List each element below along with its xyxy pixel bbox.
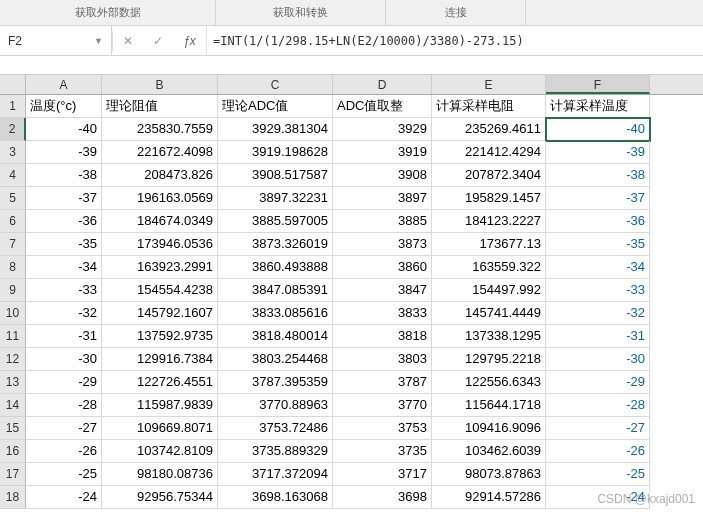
row-header[interactable]: 17 [0, 463, 26, 486]
row-header[interactable]: 18 [0, 486, 26, 509]
cell[interactable]: 98180.08736 [102, 463, 218, 486]
cell[interactable]: 3787 [333, 371, 432, 394]
cell[interactable]: -26 [546, 440, 650, 463]
row-header[interactable]: 13 [0, 371, 26, 394]
cell[interactable]: -30 [546, 348, 650, 371]
cell[interactable]: -24 [26, 486, 102, 509]
cell[interactable]: 3770.88963 [218, 394, 333, 417]
cell[interactable]: 3833 [333, 302, 432, 325]
cell[interactable]: 235269.4611 [432, 118, 546, 141]
cell-header[interactable]: ADC值取整 [333, 95, 432, 118]
row-header[interactable]: 10 [0, 302, 26, 325]
row-header[interactable]: 3 [0, 141, 26, 164]
cell[interactable]: -29 [546, 371, 650, 394]
cell[interactable]: -25 [26, 463, 102, 486]
cell[interactable]: 154497.992 [432, 279, 546, 302]
cell[interactable]: 3787.395359 [218, 371, 333, 394]
cell[interactable]: 3929 [333, 118, 432, 141]
row-header[interactable]: 16 [0, 440, 26, 463]
row-header[interactable]: 15 [0, 417, 26, 440]
cell[interactable]: -30 [26, 348, 102, 371]
column-header[interactable]: F [546, 75, 650, 94]
cell[interactable]: 3860 [333, 256, 432, 279]
cell[interactable]: -40 [26, 118, 102, 141]
cell[interactable]: -36 [26, 210, 102, 233]
row-header[interactable]: 1 [0, 95, 26, 118]
cell[interactable]: 98073.87863 [432, 463, 546, 486]
cell[interactable]: 3833.085616 [218, 302, 333, 325]
cell[interactable]: 221412.4294 [432, 141, 546, 164]
cell[interactable]: 173946.0536 [102, 233, 218, 256]
cell[interactable]: -40 [546, 118, 650, 141]
column-header[interactable]: A [26, 75, 102, 94]
cell[interactable]: 235830.7559 [102, 118, 218, 141]
cell-header[interactable]: 理论ADC值 [218, 95, 333, 118]
row-header[interactable]: 9 [0, 279, 26, 302]
cell[interactable]: 154554.4238 [102, 279, 218, 302]
column-header[interactable]: E [432, 75, 546, 94]
row-header[interactable]: 7 [0, 233, 26, 256]
cell[interactable]: 208473.826 [102, 164, 218, 187]
cell[interactable]: -26 [26, 440, 102, 463]
cell[interactable]: 3818.480014 [218, 325, 333, 348]
row-header[interactable]: 11 [0, 325, 26, 348]
cell[interactable]: 129916.7384 [102, 348, 218, 371]
cell[interactable]: 3919 [333, 141, 432, 164]
name-box[interactable]: F2 ▼ [0, 26, 112, 55]
cell[interactable]: 3873.326019 [218, 233, 333, 256]
cell[interactable]: 196163.0569 [102, 187, 218, 210]
cell[interactable]: -24 [546, 486, 650, 509]
cell[interactable]: -31 [26, 325, 102, 348]
cell[interactable]: 207872.3404 [432, 164, 546, 187]
chevron-down-icon[interactable]: ▼ [94, 36, 103, 46]
row-header[interactable]: 2 [0, 118, 26, 141]
cell[interactable]: 3717 [333, 463, 432, 486]
cell[interactable]: 145792.1607 [102, 302, 218, 325]
cell[interactable]: -38 [26, 164, 102, 187]
cell[interactable]: 137592.9735 [102, 325, 218, 348]
row-header[interactable]: 5 [0, 187, 26, 210]
cell[interactable]: 3847.085391 [218, 279, 333, 302]
cell[interactable]: -36 [546, 210, 650, 233]
row-header[interactable]: 8 [0, 256, 26, 279]
cell[interactable]: 3818 [333, 325, 432, 348]
cell[interactable]: 163559.322 [432, 256, 546, 279]
cell[interactable]: 92956.75344 [102, 486, 218, 509]
cell[interactable]: 3735.889329 [218, 440, 333, 463]
cell-header[interactable]: 计算采样温度 [546, 95, 650, 118]
check-icon[interactable]: ✓ [153, 34, 163, 48]
cell[interactable]: 3847 [333, 279, 432, 302]
cell[interactable]: 115987.9839 [102, 394, 218, 417]
cell[interactable]: 145741.4449 [432, 302, 546, 325]
fx-icon[interactable]: ƒx [173, 26, 207, 55]
cell[interactable]: -39 [546, 141, 650, 164]
cell[interactable]: -33 [26, 279, 102, 302]
cell[interactable]: -39 [26, 141, 102, 164]
cell[interactable]: 173677.13 [432, 233, 546, 256]
cell[interactable]: 3929.381304 [218, 118, 333, 141]
cancel-icon[interactable]: ✕ [123, 34, 133, 48]
cell[interactable]: 122726.4551 [102, 371, 218, 394]
row-header[interactable]: 6 [0, 210, 26, 233]
cell[interactable]: -28 [546, 394, 650, 417]
cell[interactable]: 3753 [333, 417, 432, 440]
cell[interactable]: -37 [546, 187, 650, 210]
cell[interactable]: -31 [546, 325, 650, 348]
cell[interactable]: 3897.32231 [218, 187, 333, 210]
cell[interactable]: -29 [26, 371, 102, 394]
cell[interactable]: 3735 [333, 440, 432, 463]
formula-input[interactable]: =INT(1/(1/298.15+LN(E2/10000)/3380)-273.… [207, 34, 703, 48]
cell[interactable]: 3698.163068 [218, 486, 333, 509]
cell[interactable]: -28 [26, 394, 102, 417]
cell[interactable]: 163923.2991 [102, 256, 218, 279]
cell[interactable]: 3885.597005 [218, 210, 333, 233]
column-header[interactable]: D [333, 75, 432, 94]
cell[interactable]: 3897 [333, 187, 432, 210]
cell[interactable]: 195829.1457 [432, 187, 546, 210]
select-all-corner[interactable] [0, 75, 26, 94]
cell[interactable]: 3873 [333, 233, 432, 256]
row-header[interactable]: 12 [0, 348, 26, 371]
cell[interactable]: 109669.8071 [102, 417, 218, 440]
cell[interactable]: 3717.372094 [218, 463, 333, 486]
cell[interactable]: 103462.6039 [432, 440, 546, 463]
